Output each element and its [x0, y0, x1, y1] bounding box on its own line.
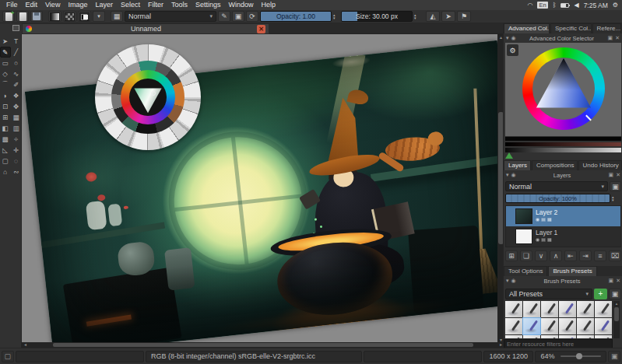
float-panel-icon[interactable]: ▣	[608, 35, 613, 41]
brush-preset-thumbnail[interactable]	[595, 335, 612, 338]
canvas-only-mode-button[interactable]: ▣	[608, 351, 620, 362]
freehand-path-tool[interactable]: ✐	[11, 79, 22, 90]
inherit-alpha-icon[interactable]: ▤	[541, 217, 547, 222]
brush-size-slider[interactable]: Size: 30.00 px	[341, 11, 413, 22]
mirror-horizontal-button[interactable]: ◭	[426, 11, 440, 22]
transform-tool[interactable]: ⊡	[0, 101, 11, 112]
tab-specific-color-selector[interactable]: Specific Col...	[550, 23, 592, 33]
hue-ring[interactable]	[522, 47, 605, 130]
pin-icon[interactable]: ◉	[511, 278, 516, 284]
brush-preset-thumbnail[interactable]	[505, 301, 522, 317]
grid-tool[interactable]: ▦	[11, 112, 22, 123]
preset-grid-scrollbar[interactable]: ▴	[613, 301, 620, 338]
tab-tool-options[interactable]: Tool Options	[504, 266, 547, 276]
shade-bar-1[interactable]	[505, 137, 621, 141]
brush-preset-thumbnail[interactable]	[505, 335, 522, 338]
size-stepper[interactable]: ▴ ▾	[414, 13, 420, 19]
volume-icon[interactable]: ◀	[574, 2, 578, 9]
layer-thumbnail[interactable]	[515, 208, 532, 224]
tab-reference[interactable]: Refere...	[592, 23, 621, 33]
layer-thumbnail[interactable]	[515, 229, 532, 244]
assistants-tool[interactable]: ✛	[11, 145, 22, 156]
edit-brush-settings-button[interactable]: ✎	[218, 11, 230, 22]
menu-layer[interactable]: Layer	[91, 0, 117, 10]
battery-icon[interactable]	[561, 3, 569, 8]
horizontal-scroll-thumb[interactable]	[53, 343, 473, 347]
shade-bar-3[interactable]	[505, 148, 621, 152]
bezier-curve-tool[interactable]: ⌒	[0, 79, 11, 90]
collapse-icon[interactable]: ▾	[506, 172, 509, 178]
preset-scroll-thumb[interactable]	[614, 307, 619, 321]
selector-settings-button[interactable]: ⚙	[507, 44, 518, 56]
duplicate-layer-button[interactable]: ❏	[520, 250, 532, 261]
measure-tool[interactable]: ◺	[0, 145, 11, 156]
gradient-chooser-button[interactable]	[48, 11, 61, 22]
close-panel-icon[interactable]: ✕	[616, 278, 620, 284]
brush-preset-thumbnail[interactable]	[577, 335, 594, 338]
add-layer-button[interactable]: ⊞	[505, 250, 518, 261]
float-subwindow-icon[interactable]	[12, 25, 19, 31]
tab-layers[interactable]: Layers	[504, 160, 531, 170]
delete-layer-button[interactable]: ⌧	[609, 250, 621, 261]
menu-help[interactable]: Help	[258, 0, 280, 10]
gradient-tool[interactable]: ▥	[11, 123, 22, 134]
mirror-vertical-button[interactable]: ➤	[441, 11, 455, 22]
brush-preset-thumbnail[interactable]	[541, 301, 558, 317]
menu-edit[interactable]: Edit	[22, 0, 42, 10]
brush-preset-thumbnail[interactable]	[595, 318, 612, 334]
ellipse-select-tool[interactable]: ◌	[11, 156, 22, 166]
blend-mode-combo[interactable]: Normal ▾	[125, 11, 216, 22]
add-preset-button[interactable]: +	[594, 289, 607, 299]
color-picker-tool[interactable]: ✧	[11, 134, 22, 145]
canvas-workspace[interactable]	[22, 34, 497, 342]
zoom-slider-thumb[interactable]	[576, 353, 582, 359]
layer-filter-button[interactable]: ▣	[610, 181, 621, 191]
menu-tools[interactable]: Tools	[167, 0, 192, 10]
pin-icon[interactable]: ◉	[511, 172, 516, 178]
brush-preset-thumbnail[interactable]	[541, 318, 558, 334]
brush-preset-thumbnail[interactable]	[559, 335, 576, 338]
save-document-button[interactable]	[30, 11, 43, 22]
brush-preset-thumbnail[interactable]	[523, 335, 540, 338]
shape-select-tool[interactable]: ➤	[0, 36, 11, 47]
layer-opacity-slider[interactable]: Opacity: 100%	[505, 194, 610, 203]
alpha-lock-icon[interactable]: ▦	[547, 237, 553, 242]
brush-preset-thumbnail[interactable]	[523, 301, 540, 317]
brush-tip-dropdown[interactable]: ▾	[93, 11, 105, 22]
tab-compositions[interactable]: Compositions	[532, 160, 578, 170]
workspace-chooser-button[interactable]: ▦	[111, 11, 123, 22]
collapse-icon[interactable]: ▾	[506, 278, 509, 284]
menu-view[interactable]: View	[41, 0, 64, 10]
new-document-button[interactable]	[2, 11, 15, 22]
polyline-tool[interactable]: ∿	[11, 68, 22, 79]
reload-preset-button[interactable]: ⟳	[246, 11, 258, 22]
tab-advanced-color-selector[interactable]: Advanced Col...	[504, 23, 550, 33]
bluetooth-icon[interactable]: ᛒ	[553, 2, 557, 9]
close-document-icon[interactable]: ✕	[257, 25, 265, 33]
menu-filter[interactable]: Filter	[144, 0, 167, 10]
move-layer-up-button[interactable]: ∧	[550, 250, 562, 261]
layer-blend-mode-combo[interactable]: Normal ▾	[505, 181, 608, 191]
freehand-brush-tool[interactable]: ✎	[0, 47, 11, 58]
wifi-icon[interactable]: ◠	[528, 2, 533, 9]
tab-undo-history[interactable]: Undo History	[578, 160, 622, 170]
menu-select[interactable]: Select	[117, 0, 144, 10]
clock[interactable]: 7:25 AM	[584, 2, 608, 9]
opacity-stepper[interactable]: ▴ ▾	[333, 13, 339, 19]
inherit-alpha-icon[interactable]: ▤	[541, 237, 547, 242]
brush-preset-thumbnail[interactable]	[559, 301, 576, 317]
expand-shades-icon[interactable]	[505, 152, 513, 159]
brush-preset-thumbnail[interactable]	[541, 335, 558, 338]
scroll-up-icon[interactable]: ▴	[616, 301, 618, 306]
polygon-tool[interactable]: ◇	[0, 68, 11, 79]
choose-brush-preset-button[interactable]: ▣	[232, 11, 244, 22]
text-tool[interactable]: T	[11, 36, 22, 47]
crop-tool[interactable]: ⊞	[0, 112, 11, 123]
pattern-tool[interactable]: ▩	[0, 134, 11, 145]
power-menu-icon[interactable]: ⚙	[613, 2, 618, 9]
scroll-left-icon[interactable]: ◂	[22, 342, 29, 348]
fg-bg-color-button[interactable]	[78, 11, 91, 22]
rectangle-tool[interactable]: ▭	[0, 58, 11, 68]
brush-preset-thumbnail[interactable]	[505, 318, 522, 334]
float-panel-icon[interactable]: ▣	[609, 172, 614, 178]
